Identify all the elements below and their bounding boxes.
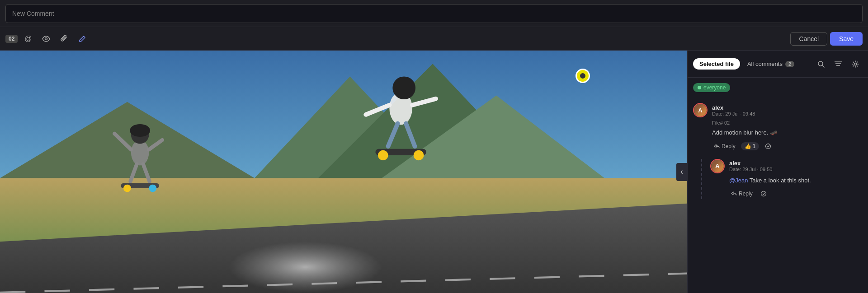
avatar-2: A [710, 159, 725, 173]
comment-text: Add motion blur here. 🛹 [712, 128, 863, 137]
comment-actions: Reply 👍 1 [712, 141, 863, 152]
reaction-thumbsup-button[interactable]: 👍 1 [741, 142, 760, 150]
comments-list: everyone A alex Date: 29 Jul · 09:48 Fil… [688, 78, 868, 293]
annotation-dot[interactable] [576, 69, 590, 83]
comment-block-2: A alex Date: 29 Jul · 09:50 @Jean Take a… [710, 159, 863, 200]
mention: @Jean [729, 177, 748, 184]
svg-point-35 [854, 63, 857, 65]
reply-button[interactable]: Reply [712, 142, 737, 150]
comment-more-button[interactable] [763, 141, 774, 152]
mention-button[interactable]: @ [20, 31, 36, 47]
svg-point-13 [130, 124, 150, 137]
save-button[interactable]: Save [830, 32, 863, 46]
comment-block: A alex Date: 29 Jul · 09:48 File# 02 Add… [693, 103, 863, 152]
attachment-button[interactable] [57, 31, 72, 47]
svg-point-22 [392, 76, 415, 99]
comment-date-2: Date: 29 Jul · 09:50 [729, 167, 772, 172]
cancel-button[interactable]: Cancel [790, 32, 827, 46]
comment-input[interactable]: New Comment [5, 4, 863, 23]
svg-point-0 [45, 37, 47, 40]
svg-point-29 [414, 150, 424, 161]
all-comments-label: All comments [747, 60, 783, 67]
svg-point-19 [123, 185, 131, 192]
expand-chevron[interactable]: ‹ [676, 163, 687, 181]
filter-button[interactable] [831, 57, 845, 71]
comment-meta-2: alex Date: 29 Jul · 09:50 [729, 160, 772, 172]
pen-button[interactable] [75, 31, 90, 47]
svg-point-20 [149, 185, 156, 192]
eye-button[interactable] [38, 31, 54, 47]
tab-selected-file[interactable]: Selected file [693, 58, 740, 70]
reaction-count: 1 [753, 143, 756, 149]
comment-date: Date: 29 Jul · 09:48 [712, 111, 755, 116]
svg-line-31 [822, 65, 824, 67]
comment-actions-2: Reply [729, 188, 863, 199]
avatar-inner: A [694, 104, 707, 116]
tab-all-comments[interactable]: All comments 2 [743, 58, 799, 70]
reply-block: A alex Date: 29 Jul · 09:50 @Jean Take a… [701, 159, 863, 200]
comment-file-ref: File# 02 [712, 120, 863, 126]
search-button[interactable] [814, 57, 828, 71]
svg-point-37 [761, 191, 766, 196]
sidebar: Selected file All comments 2 [687, 51, 868, 293]
settings-button[interactable] [848, 57, 863, 71]
svg-point-10 [229, 242, 382, 293]
avatar-inner-2: A [711, 160, 724, 172]
everyone-dot [698, 86, 701, 89]
svg-point-28 [378, 150, 388, 161]
image-svg [0, 51, 687, 293]
image-area: ‹ [0, 51, 687, 293]
comment-text-2: @Jean Take a look at this shot. [729, 176, 863, 185]
top-bar: New Comment [0, 0, 868, 27]
reply-label-2: Reply [739, 191, 753, 197]
svg-point-36 [766, 144, 771, 149]
sidebar-header: Selected file All comments 2 [688, 51, 868, 78]
everyone-badge: everyone [693, 83, 730, 92]
comment-more-button-2[interactable] [758, 188, 769, 199]
comment-header: A alex Date: 29 Jul · 09:48 [693, 103, 863, 117]
comment-author-2: alex [729, 160, 772, 167]
comments-count-badge: 2 [785, 61, 794, 67]
file-badge: 02 [5, 35, 18, 43]
comment-body-2: Take a look at this shot. [748, 177, 811, 184]
toolbar: 02 @ Cancel Save [0, 27, 868, 51]
reply-label: Reply [722, 143, 736, 149]
avatar: A [693, 103, 708, 117]
main-content: ‹ Selected file All comments 2 [0, 51, 868, 293]
everyone-label: everyone [703, 84, 726, 91]
comment-meta: alex Date: 29 Jul · 09:48 [712, 104, 755, 116]
comment-header-2: A alex Date: 29 Jul · 09:50 [710, 159, 863, 173]
reply-button-2[interactable]: Reply [729, 190, 755, 198]
comment-author: alex [712, 104, 755, 111]
